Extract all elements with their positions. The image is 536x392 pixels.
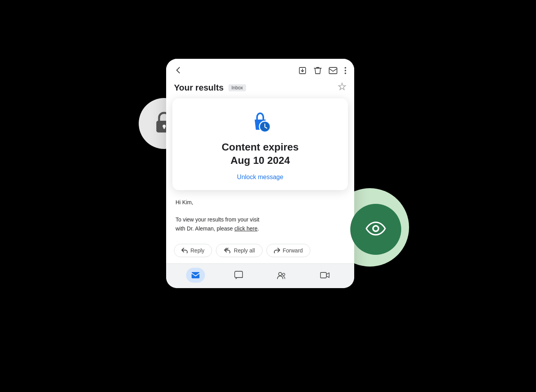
email-header [166,59,354,81]
download-icon[interactable] [298,66,307,77]
inbox-badge: Inbox [228,84,246,91]
mail-icon[interactable] [329,67,337,76]
bottom-nav [166,263,354,288]
svg-rect-16 [321,272,326,278]
email-subject: Your results [174,83,224,93]
svg-point-14 [279,272,282,276]
expires-title: Content expiresAug 10 2024 [222,141,299,167]
forward-button[interactable]: Forward [266,244,310,257]
action-buttons: Reply Reply all Forward [166,239,354,263]
svg-rect-13 [235,271,243,278]
reply-all-label: Reply all [234,247,255,254]
nav-mail[interactable] [186,268,205,283]
svg-rect-6 [329,67,337,74]
email-click-here-link[interactable]: click here [234,225,257,232]
expires-card: Content expiresAug 10 2024 Unlock messag… [172,98,348,190]
scene: Your results Inbox [131,35,405,357]
svg-point-4 [374,227,378,230]
nav-chat[interactable] [229,268,248,283]
email-body-end: . [257,225,259,232]
forward-label: Forward [283,247,303,254]
eye-circle [350,204,401,255]
more-options-icon[interactable] [344,67,346,76]
reply-button[interactable]: Reply [174,244,212,257]
delete-icon[interactable] [314,66,322,77]
eye-icon [366,221,386,237]
email-card: Your results Inbox [166,59,354,288]
reply-all-button[interactable]: Reply all [216,244,263,257]
nav-video[interactable] [315,268,334,283]
back-button[interactable] [174,66,183,77]
svg-point-9 [345,73,346,74]
star-icon[interactable] [338,82,346,93]
toolbar-icons [298,66,346,77]
nav-meet[interactable] [272,268,291,283]
reply-label: Reply [190,247,205,254]
svg-rect-12 [192,272,199,278]
subject-line: Your results Inbox [166,81,354,98]
unlock-message-link[interactable]: Unlock message [237,174,283,181]
expires-icon [248,109,273,134]
svg-point-8 [345,70,346,71]
email-greeting: Hi Kim, [176,199,193,205]
svg-point-15 [282,273,285,276]
email-body: Hi Kim, To view your results from your v… [166,190,354,240]
svg-rect-2 [163,126,165,129]
svg-point-7 [345,67,346,69]
